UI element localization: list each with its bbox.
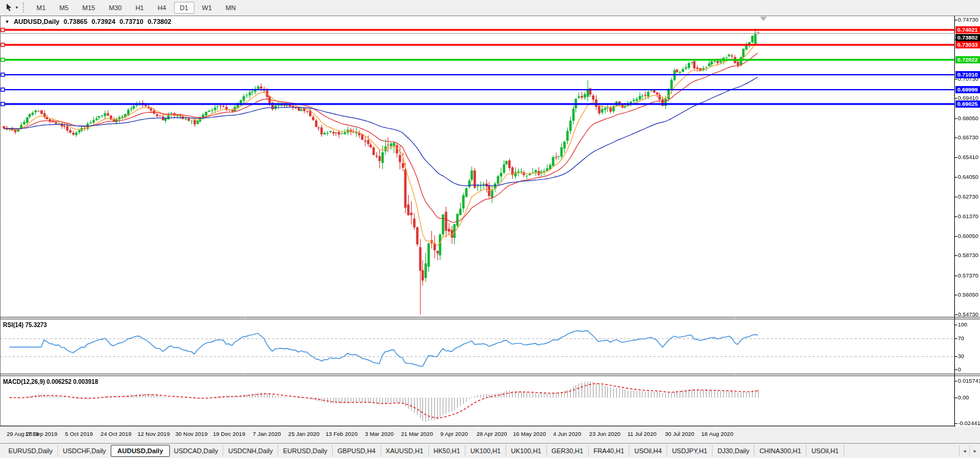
mt4-window: { "toolbar": { "timeframes": ["M1","M5",… (0, 0, 980, 458)
date-axis-label: 23 Jun 2020 (589, 430, 620, 437)
chart-tab-usdcad-daily[interactable]: USDCAD,Daily (169, 445, 224, 457)
tab-scroll-left-icon[interactable]: ◂ (959, 445, 970, 456)
date-axis-label: 9 Apr 2020 (440, 430, 468, 437)
chart-tab-china300-h1[interactable]: CHINA300,H1 (754, 445, 806, 457)
date-axis-label: 17 Sep 2019 (25, 430, 57, 437)
date-axis-label: 3 Mar 2020 (365, 430, 394, 437)
date-axis-label: 30 Nov 2019 (175, 430, 208, 437)
chart-tab-dj30-daily[interactable]: DJ30,Daily (713, 445, 754, 457)
cursor-icon (5, 3, 13, 12)
chart-tab-bar: EURUSD,DailyUSDCHF,DailyAUDUSD,DailyUSDC… (0, 443, 980, 458)
chart-tab-usoil-h1[interactable]: USOil,H1 (806, 445, 844, 457)
chart-tab-usdcnh-daily[interactable]: USDCNH,Daily (223, 445, 278, 457)
toolbar-grip[interactable] (23, 2, 26, 13)
chart-tab-fra40-h1[interactable]: FRA40,H1 (589, 445, 629, 457)
top-toolbar: ▾ M1M5M15M30H1H4D1W1MN (0, 0, 980, 15)
chart-tab-gbpusd-h4[interactable]: GBPUSD,H4 (333, 445, 381, 457)
date-axis-label: 30 Jul 2020 (665, 430, 694, 437)
timeframe-button-d1[interactable]: D1 (174, 2, 194, 14)
chart-tab-usdjpy-h1[interactable]: USDJPY,H1 (667, 445, 713, 457)
chart-tab-hk50-h1[interactable]: HK50,H1 (429, 445, 466, 457)
tab-scroll-right-icon[interactable]: ▸ (969, 445, 980, 456)
date-axis-label: 21 Mar 2020 (401, 430, 433, 437)
date-axis-label: 4 Jun 2020 (553, 430, 581, 437)
date-axis-label: 25 Jan 2020 (288, 430, 319, 437)
cursor-tool-button[interactable] (3, 2, 15, 13)
date-axis-label: 13 Feb 2020 (325, 430, 357, 437)
date-axis-label: 7 Jan 2020 (252, 430, 281, 437)
date-axis-label: 12 Nov 2019 (138, 430, 170, 437)
date-axis-label: 16 May 2020 (513, 430, 546, 437)
chart-tab-xauusd-h1[interactable]: XAUUSD,H1 (381, 445, 429, 457)
date-axis-label: 5 Oct 2019 (65, 430, 93, 437)
date-axis-label: 11 Jul 2020 (628, 430, 656, 437)
timeframe-button-m30[interactable]: M30 (103, 2, 127, 14)
timeframe-button-m15[interactable]: M15 (77, 2, 101, 14)
chart-tab-eurusd-daily[interactable]: EURUSD,Daily (4, 445, 58, 457)
tab-scrollers: ◂ ▸ (959, 445, 980, 456)
date-axis-label: 19 Dec 2019 (213, 430, 245, 437)
cursor-tool-dropdown-caret-icon[interactable]: ▾ (15, 5, 20, 10)
chart-tab-usoil-h4[interactable]: USOil,H4 (629, 445, 667, 457)
date-axis-label: 18 Aug 2020 (701, 430, 733, 437)
chart-tab-usdchf-daily[interactable]: USDCHF,Daily (58, 445, 111, 457)
timeframe-button-m5[interactable]: M5 (53, 2, 74, 14)
timeframe-button-m1[interactable]: M1 (31, 2, 51, 14)
timeframe-button-h4[interactable]: H4 (151, 2, 172, 14)
timeframe-button-h1[interactable]: H1 (129, 2, 150, 14)
chart-canvas[interactable] (0, 16, 980, 426)
date-axis-label: 29 Aug 2019 (7, 430, 38, 437)
timeframe-button-w1[interactable]: W1 (196, 2, 218, 14)
date-axis-label: 24 Oct 2019 (101, 430, 132, 437)
chart-tab-eurusd-daily[interactable]: EURUSD,Daily (278, 445, 333, 457)
chart-tab-audusd-daily[interactable]: AUDUSD,Daily (111, 445, 169, 457)
timeframe-button-mn[interactable]: MN (220, 2, 242, 14)
chart-tab-ger30-h1[interactable]: GER30,H1 (547, 445, 589, 457)
date-axis-label: 28 Apr 2020 (476, 430, 507, 437)
chart-tab-uk100-h1[interactable]: UK100,H1 (465, 445, 506, 457)
chart-tab-uk100-h1[interactable]: UK100,H1 (506, 445, 547, 457)
